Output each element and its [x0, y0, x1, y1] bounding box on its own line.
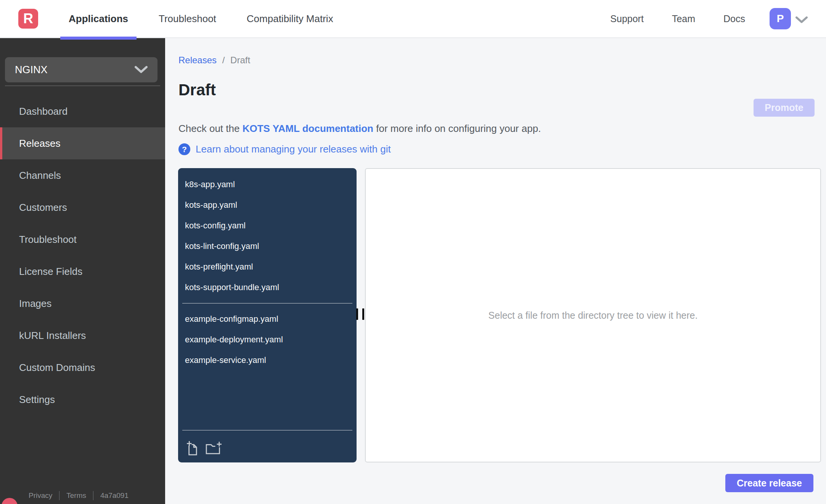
footer-separator — [93, 491, 93, 500]
sidebar-item-customers[interactable]: Customers — [0, 191, 165, 223]
nav-tab-compatibility-matrix[interactable]: Compatibility Matrix — [238, 0, 342, 37]
sidebar-item-label: Settings — [19, 394, 55, 406]
tree-divider — [182, 430, 352, 430]
file-item[interactable]: example-deployment.yaml — [178, 329, 357, 350]
sidebar-item-images[interactable]: Images — [0, 287, 165, 319]
sidebar-item-label: Customers — [19, 202, 67, 213]
file-viewer-panel: Select a file from the directory tree to… — [365, 168, 821, 462]
file-item[interactable]: k8s-app.yaml — [178, 174, 357, 195]
sidebar-item-troubleshoot[interactable]: Troubleshoot — [0, 223, 165, 255]
file-name: kots-support-bundle.yaml — [185, 282, 279, 292]
nav-tab-label: Applications — [69, 13, 128, 25]
drag-bar — [356, 308, 358, 320]
tree-divider — [182, 303, 352, 303]
nav-link[interactable]: Support — [610, 13, 644, 24]
sidebar: NGINX Dashboard Releases Channels Custom… — [0, 38, 165, 504]
file-item[interactable]: kots-support-bundle.yaml — [178, 277, 357, 298]
breadcrumb-current: Draft — [230, 55, 250, 65]
avatar[interactable]: P — [770, 8, 791, 29]
privacy-link[interactable]: Privacy — [29, 491, 52, 500]
sidebar-footer: Privacy Terms 4a7a091 — [0, 491, 165, 504]
nav-link-label: Support — [610, 13, 644, 24]
page-title: Draft — [178, 81, 216, 99]
primary-tabs: Applications Troubleshoot Compatibility … — [53, 0, 349, 37]
sidebar-item-label: License Fields — [19, 266, 82, 278]
sidebar-item-custom-domains[interactable]: Custom Domains — [0, 352, 165, 384]
file-item[interactable]: example-service.yaml — [178, 350, 357, 371]
file-name: example-configmap.yaml — [185, 314, 278, 324]
chevron-down-icon — [135, 66, 148, 74]
help-circle-icon: ? — [178, 143, 190, 155]
main-content: Releases / Draft Draft Promote Check out… — [165, 38, 826, 504]
top-nav: R Applications Troubleshoot Compatibilit… — [0, 0, 826, 38]
intro-text: Check out the KOTS YAML documentation fo… — [178, 123, 541, 135]
tree-spacer — [178, 371, 357, 425]
upload-file-icon[interactable] — [186, 440, 199, 456]
promote-button[interactable]: Promote — [754, 99, 815, 117]
file-tree-top-group: k8s-app.yaml kots-app.yaml kots-config.y… — [178, 174, 357, 298]
sidebar-item-label: Troubleshoot — [19, 234, 77, 246]
sidebar-item-kurl-installers[interactable]: kURL Installers — [0, 319, 165, 352]
sidebar-item-label: Channels — [19, 170, 61, 181]
breadcrumb: Releases / Draft — [178, 55, 250, 66]
sidebar-item-channels[interactable]: Channels — [0, 159, 165, 191]
file-name: k8s-app.yaml — [185, 180, 235, 189]
file-name: example-deployment.yaml — [185, 335, 283, 345]
panel-resize-handle[interactable] — [356, 308, 364, 320]
sidebar-item-label: kURL Installers — [19, 330, 86, 342]
file-item[interactable]: kots-config.yaml — [178, 215, 357, 236]
breadcrumb-releases-link[interactable]: Releases — [178, 55, 217, 65]
file-item[interactable]: kots-preflight.yaml — [178, 257, 357, 277]
git-help-row: ? Learn about managing your releases wit… — [178, 143, 391, 155]
drag-bar — [362, 308, 364, 320]
file-name: kots-lint-config.yaml — [185, 241, 259, 251]
nav-link[interactable]: Team — [672, 13, 695, 24]
sidebar-item-releases[interactable]: Releases — [0, 127, 165, 159]
new-folder-icon[interactable] — [205, 441, 222, 455]
secondary-links: Support Team Docs — [610, 13, 745, 24]
file-item[interactable]: kots-app.yaml — [178, 195, 357, 215]
file-name: example-service.yaml — [185, 355, 266, 365]
terms-link[interactable]: Terms — [66, 491, 86, 500]
viewer-placeholder: Select a file from the directory tree to… — [489, 310, 698, 321]
sidebar-item-label: Dashboard — [19, 106, 67, 117]
replicated-logo[interactable]: R — [18, 9, 38, 29]
chevron-down-icon[interactable] — [795, 16, 808, 24]
file-name: kots-config.yaml — [185, 221, 246, 231]
sidebar-item-label: Custom Domains — [19, 362, 95, 374]
intro-suffix: for more info on configuring your app. — [373, 123, 541, 134]
nav-tab-applications[interactable]: Applications — [60, 0, 137, 37]
build-hash: 4a7a091 — [100, 491, 129, 500]
file-tree-panel: k8s-app.yaml kots-app.yaml kots-config.y… — [178, 168, 357, 462]
git-releases-link[interactable]: Learn about managing your releases with … — [196, 143, 391, 155]
app-selector[interactable]: NGINX — [5, 57, 157, 82]
footer-separator — [59, 491, 59, 500]
sidebar-item-license-fields[interactable]: License Fields — [0, 255, 165, 287]
nav-tab-label: Compatibility Matrix — [247, 13, 333, 25]
sidebar-nav: Dashboard Releases Channels Customers Tr… — [0, 95, 165, 416]
nav-tab-label: Troubleshoot — [159, 13, 216, 25]
create-release-button[interactable]: Create release — [725, 474, 813, 492]
file-item[interactable]: kots-lint-config.yaml — [178, 236, 357, 257]
avatar-initial: P — [777, 13, 784, 25]
nav-link-label: Docs — [723, 13, 745, 24]
nav-tab-troubleshoot[interactable]: Troubleshoot — [150, 0, 225, 37]
logo-letter: R — [23, 11, 33, 27]
file-name: kots-app.yaml — [185, 200, 237, 210]
app-selector-value: NGINX — [15, 64, 48, 76]
sidebar-item-label: Images — [19, 298, 51, 310]
intro-prefix: Check out the — [178, 123, 243, 134]
file-item[interactable]: example-configmap.yaml — [178, 309, 357, 329]
nav-link[interactable]: Docs — [723, 13, 745, 24]
kots-yaml-docs-link[interactable]: KOTS YAML documentation — [243, 123, 373, 134]
tree-actions — [178, 436, 357, 456]
nav-link-label: Team — [672, 13, 695, 24]
file-name: kots-preflight.yaml — [185, 262, 253, 272]
breadcrumb-separator: / — [222, 55, 225, 65]
file-tree-examples-group: example-configmap.yaml example-deploymen… — [178, 309, 357, 371]
sidebar-item-dashboard[interactable]: Dashboard — [0, 95, 165, 127]
sidebar-divider — [5, 85, 160, 86]
sidebar-item-settings[interactable]: Settings — [0, 384, 165, 416]
sidebar-item-label: Releases — [19, 138, 60, 149]
